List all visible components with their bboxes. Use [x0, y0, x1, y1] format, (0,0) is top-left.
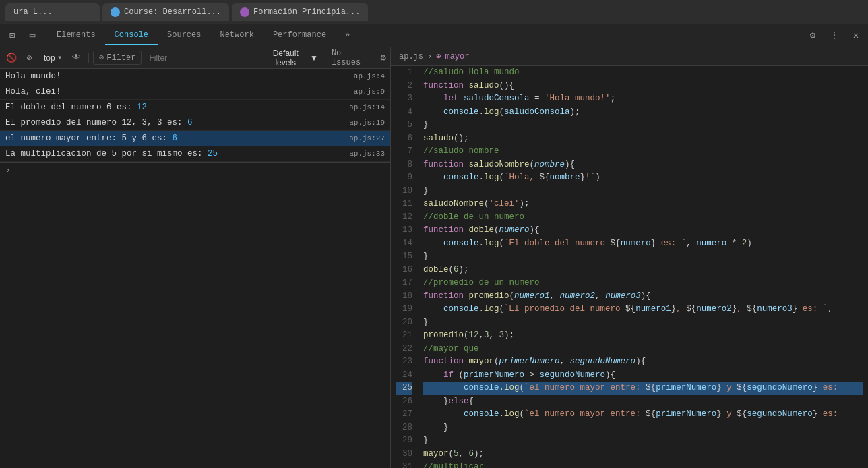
filter-button[interactable]: ⊘ Filter — [93, 51, 142, 65]
msg-source-3[interactable]: ap.js:19 — [349, 119, 385, 127]
code-line-9: console.log(`Hola, ${nombre}!`) — [423, 171, 863, 185]
console-input[interactable] — [15, 165, 385, 175]
ln-25: 25 — [396, 382, 412, 395]
code-panel: ap.js › ⊕ mayor 1 2 3 4 5 6 7 8 9 10 — [391, 47, 868, 468]
ln-6: 6 — [396, 132, 412, 146]
code-line-27: console.log(`el numero mayor entre: ${pr… — [423, 408, 863, 421]
tab-label-1: Course: Desarroll... — [124, 7, 221, 17]
devtools-tab-bar: ⊡ ▭ Elements Console Sources Network Per… — [0, 24, 868, 47]
msg-num-4: 6 — [173, 134, 178, 143]
ln-9: 9 — [396, 171, 412, 185]
browser-tab-1[interactable]: Course: Desarroll... — [102, 3, 229, 21]
msg-text-5: La multiplicacion de 5 por si mismo es: … — [5, 149, 218, 158]
ln-22: 22 — [396, 343, 412, 356]
ln-27: 27 — [396, 408, 412, 421]
default-levels-label: Default levels — [263, 49, 308, 67]
code-breadcrumb: ap.js › ⊕ mayor — [391, 47, 868, 66]
code-line-12: //doble de un numero — [423, 211, 863, 225]
devtools-tab-group: Elements Console Sources Network Perform… — [47, 26, 359, 45]
clear-console-button[interactable]: 🚫 — [4, 50, 19, 66]
ln-10: 10 — [396, 185, 412, 198]
line-numbers: 1 2 3 4 5 6 7 8 9 10 11 12 13 14 15 16 1 — [391, 66, 418, 468]
block-icon[interactable]: ⊘ — [22, 50, 36, 66]
tab-icon-2 — [240, 7, 249, 17]
console-msg-4: el numero mayor entre: 5 y 6 es: 6 ap.js… — [0, 131, 390, 146]
context-label: top — [44, 53, 55, 63]
devtools-close-icon[interactable]: ✕ — [846, 26, 865, 45]
console-msg-0: Hola mundo! ap.js:4 — [0, 69, 390, 84]
breadcrumb-symbol: mayor — [445, 52, 469, 61]
tab-more[interactable]: » — [336, 26, 359, 45]
ln-7: 7 — [396, 145, 412, 158]
eye-icon[interactable]: 👁 — [69, 50, 84, 66]
ln-28: 28 — [396, 421, 412, 435]
breadcrumb-file: ap.js — [399, 52, 423, 61]
ln-18: 18 — [396, 290, 412, 303]
browser-tab-0[interactable]: ura L... — [5, 3, 100, 21]
levels-chevron-icon: ▼ — [310, 53, 318, 63]
msg-text-2: El doble del numero 6 es: 12 — [5, 103, 147, 112]
tab-console[interactable]: Console — [105, 26, 158, 45]
code-line-19: console.log(`El promedio del numero ${nu… — [423, 303, 863, 316]
msg-num-2: 12 — [137, 103, 147, 112]
breadcrumb-sep: › — [427, 52, 432, 61]
code-line-4: console.log(saludoConsola); — [423, 106, 863, 119]
code-line-21: promedio(12,3, 3); — [423, 329, 863, 343]
code-line-14: console.log(`El doble del numero ${numer… — [423, 237, 863, 251]
ln-23: 23 — [396, 355, 412, 369]
ln-19: 19 — [396, 303, 412, 316]
msg-text-4: el numero mayor entre: 5 y 6 es: 6 — [5, 134, 177, 143]
context-dropdown[interactable]: top ▼ — [40, 52, 67, 64]
tab-elements[interactable]: Elements — [47, 26, 105, 45]
code-line-20: } — [423, 316, 863, 330]
ln-24: 24 — [396, 369, 412, 382]
ln-13: 13 — [396, 224, 412, 237]
ln-3: 3 — [396, 92, 412, 106]
code-content: //saludo Hola mundo function saludo(){ l… — [418, 66, 868, 468]
console-msg-2: El doble del numero 6 es: 12 ap.js:14 — [0, 100, 390, 115]
devtools-cursor-icon[interactable]: ⊡ — [3, 26, 22, 45]
no-issues-badge[interactable]: No Issues — [326, 47, 378, 69]
tab-performance[interactable]: Performance — [264, 26, 336, 45]
code-line-30: mayor(5, 6); — [423, 448, 863, 461]
ln-17: 17 — [396, 276, 412, 290]
msg-source-2[interactable]: ap.js:14 — [349, 103, 385, 111]
ln-11: 11 — [396, 198, 412, 211]
code-line-25: console.log(`el numero mayor entre: ${pr… — [423, 382, 863, 395]
tab-network[interactable]: Network — [210, 26, 263, 45]
tab-icon-1 — [111, 7, 120, 17]
devtools-settings-icon[interactable]: ⚙ — [803, 26, 822, 45]
msg-num-5: 25 — [208, 149, 218, 158]
msg-text-3: El promedio del numero 12, 3, 3 es: 6 — [5, 118, 193, 127]
devtools-mobile-icon[interactable]: ▭ — [23, 26, 42, 45]
code-line-10: } — [423, 185, 863, 198]
browser-tab-2[interactable]: Formación Principia... — [232, 3, 368, 21]
filter-input[interactable] — [144, 51, 255, 65]
msg-source-5[interactable]: ap.js:33 — [349, 150, 385, 158]
code-line-15: } — [423, 250, 863, 264]
code-line-7: //saludo nombre — [423, 145, 863, 158]
code-line-13: function doble(numero){ — [423, 224, 863, 237]
filter-label: Filter — [106, 53, 135, 63]
chevron-down-icon: ▼ — [57, 55, 63, 61]
console-settings-icon[interactable]: ⚙ — [381, 52, 386, 63]
code-area: 1 2 3 4 5 6 7 8 9 10 11 12 13 14 15 16 1 — [391, 66, 868, 468]
ln-12: 12 — [396, 211, 412, 225]
ln-2: 2 — [396, 80, 412, 93]
kw-fn-2: function — [423, 81, 464, 90]
default-levels-button[interactable]: Default levels ▼ — [257, 47, 323, 69]
divider — [88, 53, 89, 63]
code-line-29: } — [423, 434, 863, 448]
tab-sources[interactable]: Sources — [158, 26, 210, 45]
ln-31: 31 — [396, 461, 412, 468]
msg-source-1[interactable]: ap.js:9 — [354, 88, 385, 96]
msg-source-4[interactable]: ap.js:27 — [349, 134, 385, 142]
ln-1: 1 — [396, 66, 412, 80]
ln-8: 8 — [396, 158, 412, 172]
cmt-1: //saludo Hola mundo — [423, 67, 520, 77]
devtools-more-icon[interactable]: ⋮ — [825, 26, 844, 45]
msg-text-0: Hola mundo! — [5, 71, 61, 81]
code-line-26: }else{ — [423, 395, 863, 409]
filter-funnel-icon: ⊘ — [99, 53, 104, 63]
msg-source-0[interactable]: ap.js:4 — [354, 72, 385, 80]
